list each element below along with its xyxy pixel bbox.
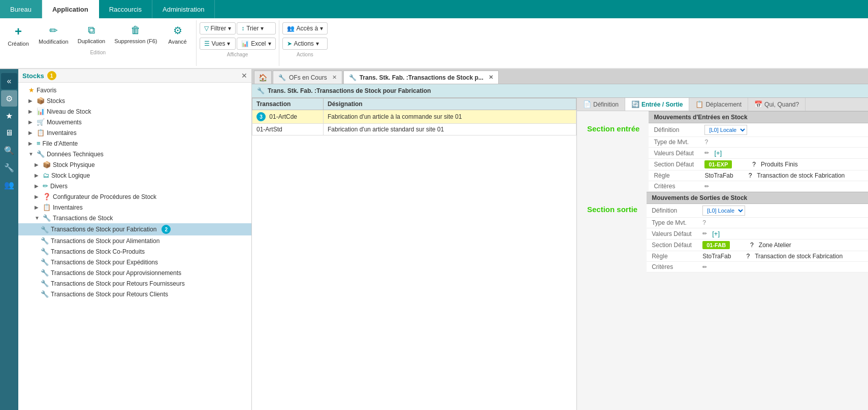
acces-button[interactable]: 👥 Accès à ▾ — [282, 22, 328, 35]
nav-application[interactable]: Application — [42, 0, 99, 18]
sortie-regle-value: StoTraFab — [702, 253, 731, 260]
detail-tab-entree-sortie[interactable]: 🔄 Entrée / Sortie — [625, 98, 689, 111]
creation-icon: + — [15, 24, 22, 39]
sidebar-collapse-button[interactable]: « — [1, 73, 17, 89]
modification-button[interactable]: ✏ Modification — [35, 22, 73, 47]
sortie-secdefaut-row: Section Défaut 01-FAB ? Zone Atelier — [647, 240, 868, 251]
suppression-button[interactable]: 🗑 Suppression (F6) — [110, 22, 161, 46]
entrees-block: Section entrée Mouvements d'Entrées en S… — [577, 111, 868, 192]
nav-raccourcis[interactable]: Raccourcis — [99, 0, 152, 18]
nav-item-transactions-stock[interactable]: ▼ 🔧 Transactions de Stock — [18, 213, 251, 223]
table-row[interactable]: 01-ArtStd Fabrication d'un article stand… — [252, 124, 576, 135]
toolbar-edition: + Création ✏ Modification ⧉ Duplication … — [0, 20, 197, 66]
tab-trans-close[interactable]: ✕ — [489, 74, 493, 81]
nav-panel-close-button[interactable]: ✕ — [241, 72, 247, 80]
sidebar-icon-people[interactable]: 👥 — [1, 177, 17, 193]
nav-item-configurateur[interactable]: ▶ ❓ Configurateur de Procédures de Stock — [18, 191, 251, 202]
tab-home[interactable]: 🏠 — [254, 71, 272, 84]
nav-panel-title: Stocks — [22, 72, 44, 80]
duplication-label: Duplication — [78, 38, 105, 44]
nav-item-trans-retfour[interactable]: 🔧 Transactions de Stock pour Retours Fou… — [18, 278, 251, 289]
actions-button[interactable]: ➤ Actions ▾ — [282, 38, 328, 50]
entree-plus-icon[interactable]: [+] — [714, 149, 722, 157]
duplication-button[interactable]: ⧉ Duplication — [74, 22, 109, 46]
tab-ofs-close[interactable]: ✕ — [332, 74, 337, 81]
sl-icon: 🗂 — [43, 172, 49, 179]
sortie-edit-icon[interactable]: ✏ — [702, 230, 707, 237]
detail-tab-qui-quand[interactable]: 📅 Qui, Quand? — [748, 98, 806, 111]
nav-item-trans-appro[interactable]: 🔧 Transactions de Stock pour Approvision… — [18, 267, 251, 278]
sidebar-icon-monitor[interactable]: 🖥 — [1, 125, 17, 141]
section-sortie-side: Section sortie — [577, 192, 647, 227]
nav-item-divers[interactable]: ▶ ✏ Divers — [18, 181, 251, 191]
texp-icon: 🔧 — [41, 258, 49, 266]
nav-item-trans-exp[interactable]: 🔧 Transactions de Stock pour Expéditions — [18, 257, 251, 267]
sortie-typemvt-row: Type de Mvt. ? — [647, 218, 868, 228]
sortie-definition-select[interactable]: [L0] Locale — [702, 206, 745, 216]
sortie-plus-icon[interactable]: [+] — [712, 230, 720, 237]
sidebar-icon-tools[interactable]: 🔧 — [1, 159, 17, 176]
nav-item-niveau-stock[interactable]: ▶ 📊 Niveau de Stock — [18, 106, 251, 117]
trier-button[interactable]: ↕ Trier ▾ — [237, 22, 275, 35]
sortie-valdefaut-label: Valeurs Défaut — [652, 230, 697, 237]
sidebar-icon-search[interactable]: 🔍 — [1, 142, 17, 158]
nav-item-favoris[interactable]: ★ Favoris — [18, 85, 251, 95]
sortie-definition-label: Définition — [652, 207, 697, 214]
detail-tab-deplacement[interactable]: 📋 Déplacement — [689, 98, 748, 111]
tab-ofs[interactable]: 🔧 OFs en Cours ✕ — [273, 71, 342, 84]
sl-label: Stock Logique — [51, 172, 90, 179]
actions-label: Actions — [294, 40, 314, 47]
toolbar-actions-buttons: 👥 Accès à ▾ ➤ Actions ▾ — [282, 22, 328, 51]
detail-tab-definition[interactable]: 📄 Définition — [577, 98, 625, 111]
sl-expand-icon: ▶ — [35, 173, 41, 178]
stocks-label: Stocks — [47, 97, 65, 105]
trier-label: Trier — [246, 25, 259, 32]
vues-button[interactable]: ☰ Vues ▾ — [200, 38, 236, 50]
inv-label: Inventaires — [47, 129, 77, 136]
toolbar-edition-buttons: + Création ✏ Modification ⧉ Duplication … — [3, 22, 193, 49]
entree-section-badge: 01-EXP — [704, 160, 732, 168]
nav-item-trans-retcli[interactable]: 🔧 Transactions de Stock pour Retours Cli… — [18, 289, 251, 299]
excel-icon: 📊 — [241, 40, 249, 47]
niveau-label: Niveau de Stock — [47, 108, 91, 115]
nav-item-stocks[interactable]: ▶ 📦 Stocks — [18, 95, 251, 106]
sidebar-icon-settings[interactable]: ⚙ — [1, 90, 17, 107]
tcp-label: Transactions de Stock Co-Produits — [51, 248, 145, 255]
nav-item-trans-fab[interactable]: 🔧 Transactions de Stock pour Fabrication… — [18, 223, 251, 235]
avance-button[interactable]: ⚙ Avancé — [163, 22, 193, 47]
nav-item-stock-physique[interactable]: ▶ 📦 Stock Physique — [18, 159, 251, 170]
nav-item-donnees-tech[interactable]: ▼ 🔧 Données Techniques — [18, 149, 251, 159]
tab-ofs-icon: 🔧 — [278, 74, 286, 81]
modification-label: Modification — [39, 39, 69, 45]
creation-button[interactable]: + Création — [3, 22, 34, 49]
nav-bureau[interactable]: Bureau — [0, 0, 42, 18]
nav-item-file-attente[interactable]: ▶ ≡ File d'Attente — [18, 138, 251, 149]
nav-item-trans-alim[interactable]: 🔧 Transactions de Stock pour Alimentatio… — [18, 235, 251, 246]
tab-trans-stk[interactable]: 🔧 Trans. Stk. Fab. :Transactions de Stoc… — [343, 71, 499, 84]
sortie-criteres-icon[interactable]: ✏ — [702, 264, 707, 270]
sidebar-icon-star[interactable]: ★ — [1, 108, 17, 124]
entree-criteres-icon[interactable]: ✏ — [704, 183, 709, 190]
entree-definition-select[interactable]: [L0] Locale — [704, 125, 747, 135]
nav-item-trans-coprod[interactable]: 🔧 Transactions de Stock Co-Produits — [18, 246, 251, 257]
table-row[interactable]: 3 01-ArtCde Fabrication d'un article à l… — [252, 110, 576, 124]
excel-button[interactable]: 📊 Excel ▾ — [237, 38, 275, 50]
cell-transaction-2: 01-ArtStd — [252, 124, 324, 135]
nav-item-inventaires[interactable]: ▶ 📋 Inventaires — [18, 127, 251, 138]
duplication-icon: ⧉ — [88, 24, 95, 36]
filtrer-button[interactable]: ▽ Filtrer ▾ — [200, 22, 236, 35]
mouv-icon: 🛒 — [37, 118, 45, 126]
tf-label: Transactions de Stock pour Fabrication — [51, 226, 156, 233]
detail-content: Section entrée Mouvements d'Entrées en S… — [577, 111, 868, 410]
nav-item-mouvements[interactable]: ▶ 🛒 Mouvements — [18, 117, 251, 127]
nav-item-stock-logique[interactable]: ▶ 🗂 Stock Logique — [18, 170, 251, 181]
nav-panel-header: Stocks 1 ✕ — [18, 69, 251, 83]
toolbar-affichage-buttons: ▽ Filtrer ▾ ☰ Vues ▾ ↕ Trier ▾ 📊 — [200, 22, 276, 51]
es-icon: 🔄 — [631, 100, 639, 108]
nav-administration[interactable]: Administration — [152, 0, 215, 18]
nav-item-inventaires2[interactable]: ▶ 📋 Inventaires — [18, 202, 251, 213]
entree-typemvt-help: ? — [704, 139, 708, 146]
trc-label: Transactions de Stock pour Retours Clien… — [51, 291, 168, 298]
section-sortie-label: Section sortie — [582, 202, 642, 217]
entree-edit-icon[interactable]: ✏ — [704, 150, 709, 156]
